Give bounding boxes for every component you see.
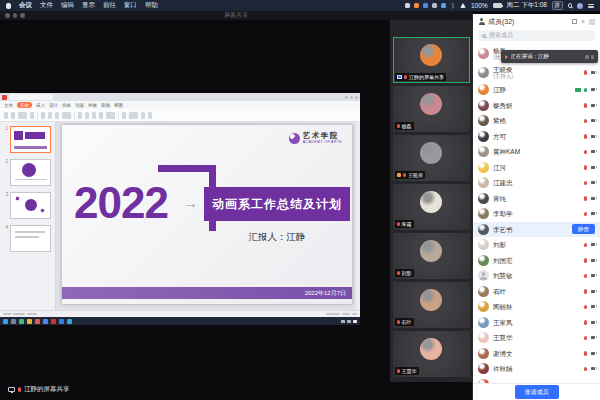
participant-row[interactable]: 江河 <box>473 160 600 176</box>
participant-row[interactable]: 王家凤 <box>473 315 600 331</box>
menu-5[interactable]: 窗口 <box>124 1 137 10</box>
taskbar-app-icon-8[interactable] <box>67 319 72 324</box>
participant-role: (主持人) <box>493 73 580 79</box>
taskbar-app-icon-2[interactable] <box>19 319 24 324</box>
participant-row[interactable]: 李艺书静音 <box>473 222 600 238</box>
taskbar-app-icon-0[interactable] <box>3 319 8 324</box>
participant-row[interactable]: 谢博文 <box>473 346 600 362</box>
participant-row[interactable] <box>473 377 600 384</box>
speaking-text: 正在讲话：江静 <box>511 53 550 60</box>
spotlight-search-icon[interactable] <box>568 3 573 8</box>
canvas-scrollbar[interactable] <box>356 122 360 310</box>
siri-icon[interactable] <box>577 3 583 9</box>
video-tile-0[interactable]: 江静的屏幕共享 <box>393 37 470 83</box>
video-tile-6[interactable]: 王慧华 <box>393 331 470 377</box>
avatar <box>420 93 442 115</box>
status-icon-2[interactable] <box>423 3 428 8</box>
participant-status-icons <box>584 103 595 108</box>
participant-name: 李艺书 <box>493 226 568 233</box>
video-tile-2[interactable]: 王晓俊 <box>393 135 470 181</box>
taskbar-app-icon-5[interactable] <box>43 319 48 324</box>
video-tile-5[interactable]: 石叶 <box>393 282 470 328</box>
participant-row[interactable]: 许秋娟 <box>473 361 600 377</box>
ppt-status-bar <box>0 310 360 317</box>
member-search-input[interactable]: 搜索成员 <box>478 30 595 41</box>
slide-thumbnail-1[interactable] <box>10 126 51 153</box>
participant-status-icons <box>584 336 595 341</box>
apple-logo-icon[interactable] <box>6 3 11 9</box>
menu-0[interactable]: 会议 <box>19 1 32 10</box>
video-tile-4[interactable]: 刘影 <box>393 233 470 279</box>
status-icon-3[interactable] <box>432 3 437 8</box>
participant-row[interactable]: 方可 <box>473 129 600 145</box>
mute-button[interactable]: 静音 <box>572 224 595 234</box>
participant-row[interactable]: 黄神KAM <box>473 144 600 160</box>
toolbar-icon <box>4 112 8 119</box>
bluetooth-icon[interactable]: ᛒ <box>451 3 455 9</box>
menu-3[interactable]: 显示 <box>82 1 95 10</box>
slide-thumbnail-4[interactable] <box>10 225 51 252</box>
participant-row[interactable]: 刘慧敏 <box>473 268 600 284</box>
video-tile-3[interactable]: 朱霞 <box>393 184 470 230</box>
status-icon-1[interactable] <box>414 3 419 8</box>
arrow-icon: → <box>183 194 198 211</box>
popout-panel-icon[interactable] <box>572 19 577 24</box>
academy-logo-icon <box>289 133 300 144</box>
thumbnail-number: 1 <box>3 126 8 131</box>
invite-members-button[interactable]: 邀请成员 <box>515 385 559 399</box>
menu-2[interactable]: 编辑 <box>61 1 74 10</box>
speaker-icon <box>505 55 508 59</box>
menubar-clock[interactable]: 周二 下午1:08 <box>507 1 547 10</box>
participant-avatar <box>478 317 489 328</box>
taskbar-app-icon-1[interactable] <box>11 319 16 324</box>
avatar <box>420 240 442 262</box>
participant-avatar <box>478 162 489 173</box>
status-icon-4[interactable] <box>441 3 446 8</box>
menu-1[interactable]: 文件 <box>40 1 53 10</box>
toolbar-icon <box>18 112 27 119</box>
search-icon <box>482 34 486 38</box>
wifi-icon[interactable] <box>460 3 466 8</box>
taskbar-app-icon-4[interactable] <box>35 319 40 324</box>
participant-row[interactable]: 刘影 <box>473 237 600 253</box>
participant-avatar <box>478 301 489 312</box>
control-center-icon[interactable] <box>588 4 594 8</box>
cam-icon <box>591 88 596 91</box>
menu-6[interactable]: 帮助 <box>145 1 158 10</box>
taskbar-app-icon-7[interactable] <box>59 319 64 324</box>
screen: 会议文件编辑显示前往窗口帮助 ᛒ 100% 周二 下午1:08 拼 屏幕共享 文… <box>0 0 600 400</box>
panel-corner-button[interactable] <box>589 19 595 25</box>
mic-icon <box>397 369 400 374</box>
status-icon-0[interactable] <box>405 3 410 8</box>
participant-row[interactable]: 王慧华 <box>473 330 600 346</box>
participant-name: 江建忠 <box>493 179 580 186</box>
taskbar-app-icon-6[interactable] <box>51 319 56 324</box>
participant-row[interactable]: 石叶 <box>473 284 600 300</box>
meeting-window-titlebar: 屏幕共享 <box>0 11 472 20</box>
close-panel-icon[interactable]: × <box>581 18 585 25</box>
participant-row[interactable]: 菁纯 <box>473 191 600 207</box>
taskbar-app-icon-3[interactable] <box>27 319 32 324</box>
mic-icon <box>397 271 400 276</box>
participant-row[interactable]: 李勤学 <box>473 206 600 222</box>
participant-avatar <box>478 177 489 188</box>
video-tile-1[interactable]: 杨磊 <box>393 86 470 132</box>
participant-row[interactable]: 陶丽娃 <box>473 299 600 315</box>
thumbnail-wrap: 4 <box>3 225 52 252</box>
slide-thumbnail-2[interactable] <box>10 159 51 186</box>
slide-thumbnail-3[interactable] <box>10 192 51 219</box>
participant-avatar <box>478 332 489 343</box>
menu-4[interactable]: 前往 <box>103 1 116 10</box>
participant-row[interactable]: 紫艳 <box>473 113 600 129</box>
cam-icon <box>591 336 596 339</box>
participant-row[interactable]: 江建忠 <box>473 175 600 191</box>
mic-icon <box>584 351 587 356</box>
office-app-logo <box>2 95 7 100</box>
participant-row[interactable]: 黎秀妍 <box>473 98 600 114</box>
shared-screen-view[interactable]: 文件开始插入设计切换动画放映审阅视图 1234 艺术学院 ACADEMY OF … <box>0 93 360 325</box>
input-method-badge[interactable]: 拼 <box>552 1 563 10</box>
participant-status-icons <box>584 274 595 279</box>
participant-row[interactable]: 刘国宏 <box>473 253 600 269</box>
participant-row[interactable]: 王晓俊(主持人) <box>473 63 600 82</box>
participant-row[interactable]: 江静 <box>473 82 600 98</box>
